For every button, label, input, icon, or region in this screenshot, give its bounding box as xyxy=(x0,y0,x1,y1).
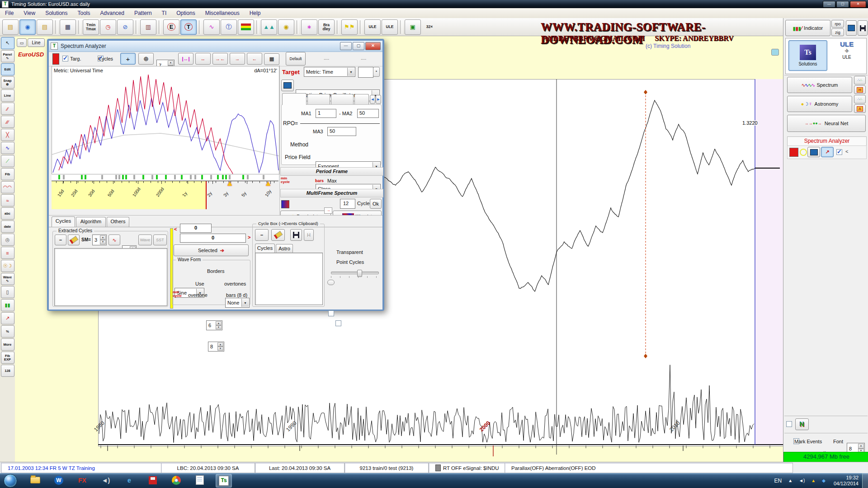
tmin-tmax-button[interactable]: TminTmax xyxy=(83,19,99,35)
menu-ti[interactable]: TI xyxy=(157,9,172,18)
menu-options[interactable]: Options xyxy=(171,9,200,18)
shift-left-icon[interactable]: ← xyxy=(247,53,262,65)
explorer-icon[interactable] xyxy=(28,474,43,487)
ule-button[interactable]: ULE xyxy=(382,19,398,35)
mountains-icon[interactable]: ▲▲ xyxy=(261,19,277,35)
fan-tool[interactable]: ∕∕∕ xyxy=(1,116,14,128)
backup-icon[interactable] xyxy=(145,474,160,487)
cyclebox-h-button[interactable]: H xyxy=(304,229,314,241)
solutions-button[interactable]: Ts Solutions xyxy=(788,40,827,71)
ule-mode-button[interactable]: ULE✈ ULE xyxy=(831,40,863,71)
trend-arrow-tool[interactable]: ↗ xyxy=(1,312,14,324)
dialog-title-bar[interactable]: T Spectrum Analyzer — ▢ ✕ xyxy=(49,41,382,52)
dialog-minimize-button[interactable]: — xyxy=(340,42,352,50)
webmoney-icon[interactable]: W xyxy=(51,474,66,487)
levels-tool[interactable]: ≡ xyxy=(1,247,14,259)
peak-shape-button[interactable]: ∿ xyxy=(108,235,120,245)
snap-tool[interactable]: Snap⊛ xyxy=(1,76,14,89)
new-panel-icon[interactable]: ▤ xyxy=(37,19,53,35)
noise-icon[interactable]: ▩ xyxy=(264,53,279,65)
menu-view[interactable]: View xyxy=(19,9,40,18)
cycle-value-field-1[interactable]: 0 xyxy=(180,224,212,233)
clock-icon[interactable]: ◷ xyxy=(100,19,116,35)
metric-star-button[interactable]: * xyxy=(373,67,380,77)
expand-icon[interactable]: ↔ xyxy=(195,53,211,65)
ma2-field[interactable]: 50 xyxy=(357,109,379,118)
world-icon[interactable]: ◉ xyxy=(19,19,36,35)
astronomy-dots-button[interactable]: ∴∴ xyxy=(854,95,866,103)
t-model-icon[interactable]: T xyxy=(180,19,197,35)
wave-button[interactable]: Wave xyxy=(138,235,152,245)
maximize-button[interactable]: ▢ xyxy=(836,1,849,8)
default-button[interactable]: Default xyxy=(286,52,306,66)
menu-help[interactable]: Help xyxy=(245,9,266,18)
cursor-tool[interactable]: ↖ xyxy=(1,37,14,49)
cycle-slider-track[interactable] xyxy=(331,272,379,274)
menu-advanced[interactable]: Advanced xyxy=(95,9,129,18)
ok-button[interactable]: Ok xyxy=(370,199,382,209)
spectrum-analyzer-dialog[interactable]: T Spectrum Analyzer — ▢ ✕ Targ. Cycles +… xyxy=(47,39,384,311)
borders-dropdown[interactable]: None▼ xyxy=(225,298,250,308)
metric-dropdown[interactable]: Metric: Time▼ xyxy=(304,67,355,77)
cycles-count-field[interactable]: 12 xyxy=(340,199,355,209)
tab-algorithm[interactable]: Algorithm xyxy=(76,217,106,227)
tray-expand-icon[interactable]: ▲ xyxy=(788,478,793,483)
ie-icon[interactable]: e xyxy=(122,474,137,487)
spectrum-dots-button[interactable]: ∴∴ xyxy=(854,76,866,84)
metric-extra-field[interactable] xyxy=(358,67,373,78)
ule-open-button[interactable]: ULE xyxy=(364,19,381,35)
cyclebox-save-button[interactable] xyxy=(290,229,302,241)
date-tool[interactable]: date xyxy=(1,221,14,233)
mini-option-button[interactable] xyxy=(327,280,335,285)
zigzag-icon[interactable]: ∿ xyxy=(203,19,220,35)
ma1-field[interactable]: 1 xyxy=(316,109,336,118)
close-button[interactable]: ✕ xyxy=(850,1,866,8)
notes-icon[interactable] xyxy=(192,474,208,487)
rpo-button[interactable]: rpo xyxy=(831,20,844,28)
indicator-tab-4[interactable] xyxy=(354,94,369,105)
astronomy-a-cube-button[interactable]: A xyxy=(854,104,866,113)
ellipse-tool[interactable]: ◎ xyxy=(1,234,14,246)
overtones-spinner[interactable]: 6▲▼ xyxy=(206,320,222,330)
wave-channel-tool[interactable]: ≈ xyxy=(1,194,14,206)
analyzer-window-button[interactable] xyxy=(807,147,820,157)
cycle-value-field-2[interactable]: 0 xyxy=(180,234,246,243)
menu-miscellaneous[interactable]: Miscellaneous xyxy=(200,9,245,18)
zoom-label[interactable]: 32× xyxy=(422,20,437,34)
add-cycle-button[interactable]: + xyxy=(120,53,136,65)
flags-icon[interactable]: ⚑⚑ xyxy=(341,19,358,35)
panel-tool[interactable]: Panel∿ xyxy=(1,50,14,62)
arc-tool[interactable]: ◠◠ xyxy=(1,181,14,193)
e-model-icon[interactable]: E xyxy=(163,19,179,35)
cyclebox-remove-button[interactable]: − xyxy=(255,229,269,241)
edit-tool[interactable]: Edit xyxy=(1,63,14,75)
collapse-icon[interactable]: →← xyxy=(212,53,228,65)
save-workspace-button[interactable] xyxy=(858,20,868,36)
point-cycles-checkbox[interactable] xyxy=(335,320,341,326)
percent-tool[interactable]: % xyxy=(1,325,14,338)
timing-icon[interactable]: Ⓣ xyxy=(221,19,237,35)
analyzer-list-row[interactable]: ↗ < xyxy=(787,145,867,159)
cyclebox-tab-astro[interactable]: Astro xyxy=(276,244,293,253)
wave-tool[interactable]: Wave∿ xyxy=(1,273,14,285)
shift-right-icon[interactable]: → xyxy=(230,53,245,65)
tab-scroll-right[interactable]: ▶ xyxy=(376,95,381,104)
open-file-icon[interactable]: ▤ xyxy=(2,19,19,35)
spectrum-h-cube-button[interactable]: H xyxy=(854,85,866,94)
overtone-spinner[interactable]: 8▲▼ xyxy=(208,342,224,352)
fx-icon[interactable]: FX xyxy=(75,474,90,487)
chart-style-tool[interactable]: ▯ xyxy=(1,286,14,298)
sst-button[interactable]: SST xyxy=(153,235,167,245)
zoom-button[interactable]: ⊕ xyxy=(138,53,154,65)
indicator-window-icon[interactable] xyxy=(281,80,294,91)
cyclebox-erase-button[interactable] xyxy=(271,229,285,241)
spectrum-plot[interactable]: Metric: Universal Time dA=01°12' xyxy=(52,66,279,174)
transparent-checkbox[interactable] xyxy=(328,310,334,316)
active-cell-icon[interactable]: ▣ xyxy=(405,19,421,35)
analyzer-color-swatch[interactable] xyxy=(789,148,798,157)
panel-corner-icon[interactable] xyxy=(771,49,779,56)
gdrive-icon[interactable]: ▲ xyxy=(811,478,816,483)
sm-spinner[interactable]: 3▲▼ xyxy=(92,235,107,245)
tab-scroll-left[interactable]: ◀ xyxy=(370,95,375,104)
grid-tool[interactable]: ╳ xyxy=(1,129,14,141)
